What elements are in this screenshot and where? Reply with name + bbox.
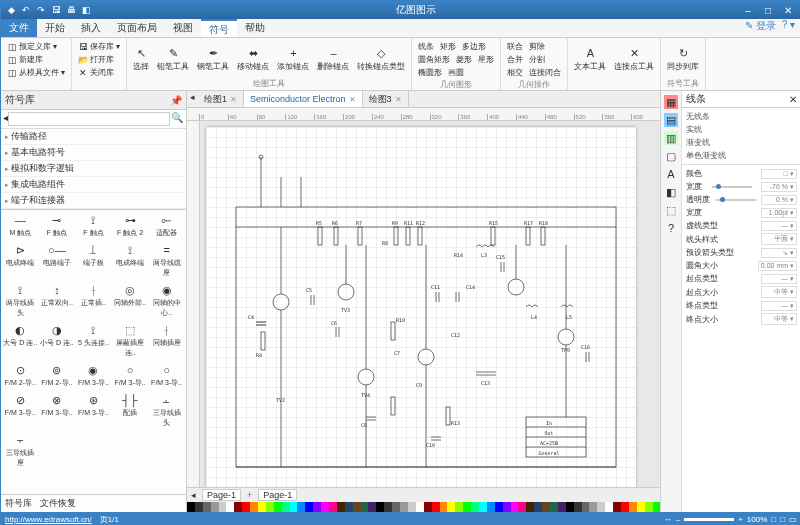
tab-symbol[interactable]: 符号 (201, 19, 237, 37)
shape-item[interactable]: =两导线缆座 (149, 242, 184, 278)
tab-layout[interactable]: 页面布局 (109, 19, 165, 37)
swatch[interactable] (258, 502, 266, 512)
doc-tab[interactable]: 绘图3✕ (363, 91, 409, 107)
rp-tool-icon[interactable]: ⬚ (664, 203, 678, 217)
swatch[interactable] (353, 502, 361, 512)
add-anchor[interactable]: +添加锚点 (275, 45, 311, 73)
swatch[interactable] (645, 502, 653, 512)
property-value[interactable]: — ▾ (761, 301, 797, 311)
swatch[interactable] (440, 502, 448, 512)
select-tool[interactable]: ↖选择 (131, 45, 151, 73)
property-value[interactable]: 中等 ▾ (761, 286, 797, 298)
line-style-option[interactable]: 渐变线 (686, 136, 797, 149)
op-subtract[interactable]: 剪除 (527, 40, 547, 53)
swatch[interactable] (589, 502, 597, 512)
swatch[interactable] (226, 502, 234, 512)
shape-circle[interactable]: 画圆 (446, 66, 466, 79)
swatch[interactable] (447, 502, 455, 512)
shape-item[interactable]: ⟟电成终端 (113, 242, 148, 278)
new-lib[interactable]: ◫新建库 (5, 53, 45, 66)
close-lib[interactable]: ✕关闭库 (76, 66, 116, 79)
swatch[interactable] (558, 502, 566, 512)
del-anchor[interactable]: –删除锚点 (315, 45, 351, 73)
rp-tool-icon[interactable]: ◧ (664, 185, 678, 199)
op-combine[interactable]: 合并 (505, 53, 525, 66)
qat-more[interactable]: ◧ (80, 4, 92, 16)
swatch[interactable] (195, 502, 203, 512)
qat-save[interactable]: 🖫 (50, 4, 62, 16)
shape-item[interactable] (76, 432, 111, 468)
shape-item[interactable]: ⟊正常插.. (76, 282, 111, 318)
shape-item[interactable]: ┤├配插 (113, 392, 148, 428)
property-value[interactable]: 平面 ▾ (761, 233, 797, 245)
swatch[interactable] (597, 502, 605, 512)
swatch[interactable] (337, 502, 345, 512)
line-style-option[interactable]: 无线条 (686, 110, 797, 123)
swatch[interactable] (329, 502, 337, 512)
shape-item[interactable]: ◐大号 D 连.. (3, 322, 38, 358)
shape-item[interactable]: ○F/M 3-导.. (149, 362, 184, 388)
pencil-tool[interactable]: ✎铅笔工具 (155, 45, 191, 73)
swatch[interactable] (400, 502, 408, 512)
drawing-page[interactable]: R4R5 R6R7 R8R9 R10R11 R12R13 R14R15 R17R… (206, 127, 636, 487)
rp-tool-icon[interactable]: ▤ (664, 113, 678, 127)
swatch[interactable] (187, 502, 195, 512)
property-value[interactable]: — ▾ (761, 221, 797, 231)
swatch[interactable] (424, 502, 432, 512)
page-nav-prev[interactable]: ◂ (191, 490, 196, 500)
shape-item[interactable]: ⬚屏蔽插座连.. (113, 322, 148, 358)
tab-start[interactable]: 开始 (37, 19, 73, 37)
op-join[interactable]: 连接闭合 (527, 66, 563, 79)
shape-item[interactable]: ◉F/M 3-导.. (76, 362, 111, 388)
category-item[interactable]: 端子和连接器 (1, 193, 186, 209)
save-lib[interactable]: 🖫保存库 ▾ (76, 40, 122, 53)
shape-item[interactable]: ⊘F/M 3-导.. (3, 392, 38, 428)
page-tab-1[interactable]: Page-1 (202, 489, 241, 501)
swatch[interactable] (211, 502, 219, 512)
swatch[interactable] (582, 502, 590, 512)
tab-file[interactable]: 文件 (1, 19, 37, 37)
category-item[interactable]: 集成电路组件 (1, 177, 186, 193)
swatch[interactable] (345, 502, 353, 512)
shape-item[interactable]: ○F/M 3-导.. (113, 362, 148, 388)
page-tab-2[interactable]: Page-1 (258, 489, 297, 501)
shape-item[interactable]: ↕正常双向.. (40, 282, 75, 318)
zoom-out[interactable]: – (676, 515, 680, 524)
swatch[interactable] (605, 502, 613, 512)
shape-item[interactable] (113, 432, 148, 468)
swatch[interactable] (368, 502, 376, 512)
shape-item[interactable]: ⟊同轴插座 (149, 322, 184, 358)
swatch[interactable] (416, 502, 424, 512)
shape-diamond[interactable]: 菱形 (454, 53, 474, 66)
foot-symlib[interactable]: 符号库 (5, 497, 32, 510)
status-url[interactable]: http://www.edrawsoft.cn/ (5, 515, 92, 524)
shape-item[interactable]: ◉同轴的中心.. (149, 282, 184, 318)
swatch[interactable] (629, 502, 637, 512)
property-value[interactable]: -76 % ▾ (761, 182, 797, 192)
swatch[interactable] (479, 502, 487, 512)
shape-item[interactable]: ⊶F 触点 2 (113, 212, 148, 238)
swatch[interactable] (621, 502, 629, 512)
shape-item[interactable]: ⟟F 触点 (76, 212, 111, 238)
search-icon[interactable]: 🔍 (170, 112, 184, 126)
swatch[interactable] (297, 502, 305, 512)
swatch[interactable] (487, 502, 495, 512)
rp-tool-icon[interactable]: ▥ (664, 131, 678, 145)
page-add[interactable]: + (247, 490, 252, 500)
property-value[interactable]: 1.00pt ▾ (761, 208, 797, 218)
zoom-slider[interactable] (684, 518, 734, 521)
swatch[interactable] (376, 502, 384, 512)
pen-tool[interactable]: ✒钢笔工具 (195, 45, 231, 73)
shape-item[interactable]: ⊳电成终端 (3, 242, 38, 278)
shape-item[interactable]: ◎同轴外部.. (113, 282, 148, 318)
swatch[interactable] (542, 502, 550, 512)
predefined-lib[interactable]: ◫预定义库 ▾ (5, 40, 59, 53)
shape-item[interactable]: ⊗F/M 3-导.. (40, 392, 75, 428)
swatch[interactable] (321, 502, 329, 512)
login-link[interactable]: ✎ 登录 (745, 19, 776, 37)
shape-item[interactable]: ○—电路端子 (40, 242, 75, 278)
swatch[interactable] (471, 502, 479, 512)
convert-anchor[interactable]: ◇转换锚点类型 (355, 45, 407, 73)
swatch[interactable] (518, 502, 526, 512)
swatch[interactable] (613, 502, 621, 512)
